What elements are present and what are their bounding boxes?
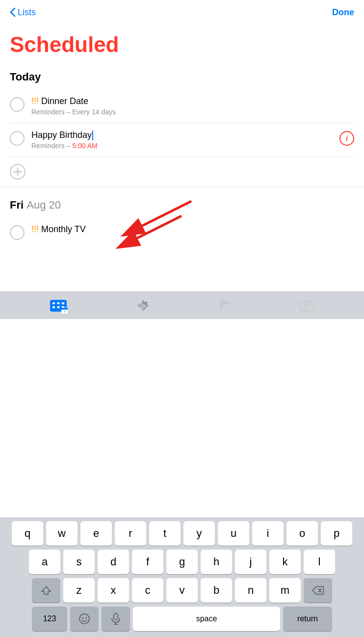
svg-rect-9 — [57, 306, 59, 308]
reminder-subtitle-dinner-date: Reminders – Every 14 days — [31, 108, 354, 116]
key-j[interactable]: j — [235, 550, 266, 574]
reminder-title-dinner-date: !!! Dinner Date — [31, 96, 354, 106]
key-c[interactable]: c — [132, 578, 163, 603]
shift-icon — [41, 585, 52, 596]
section-divider — [0, 186, 364, 187]
delete-icon — [312, 586, 324, 595]
svg-rect-18 — [300, 302, 314, 311]
time-highlight: 5:00 AM — [72, 142, 97, 150]
key-x[interactable]: x — [98, 578, 129, 603]
space-key[interactable]: space — [133, 607, 280, 631]
svg-rect-5 — [52, 302, 55, 304]
numbers-key[interactable]: 123 — [32, 607, 67, 631]
key-e[interactable]: e — [80, 521, 112, 546]
delete-key[interactable] — [304, 578, 332, 603]
done-button[interactable]: Done — [332, 7, 354, 18]
svg-rect-14 — [61, 308, 68, 310]
keyboard: q w e r t y u i o p a s d f g h j k l z … — [0, 517, 364, 637]
key-i[interactable]: i — [252, 521, 284, 546]
toolbar: 7 — [0, 292, 364, 319]
key-w[interactable]: w — [46, 521, 78, 546]
key-row-1: q w e r t y u i o p — [2, 521, 362, 546]
key-k[interactable]: k — [269, 550, 301, 574]
keyboard-icon: 7 — [49, 298, 68, 314]
checkbox-dinner-date[interactable] — [10, 97, 25, 112]
plus-icon — [13, 167, 22, 176]
checkbox-monthly-tv[interactable] — [10, 225, 25, 240]
camera-icon — [299, 299, 315, 312]
svg-point-24 — [85, 617, 87, 619]
key-n[interactable]: n — [235, 578, 266, 603]
svg-point-22 — [79, 614, 89, 624]
location-toolbar-button[interactable] — [132, 295, 154, 317]
microphone-icon — [111, 613, 121, 625]
key-q[interactable]: q — [12, 521, 43, 546]
section-header-today: Today — [10, 67, 354, 83]
section-header-fri: Fri Aug 20 — [10, 195, 354, 212]
flag-icon — [218, 299, 231, 313]
key-y[interactable]: y — [183, 521, 215, 546]
add-reminder-button[interactable] — [10, 164, 26, 180]
key-o[interactable]: o — [286, 521, 318, 546]
key-t[interactable]: t — [149, 521, 181, 546]
microphone-key[interactable] — [102, 607, 130, 631]
svg-text:i: i — [346, 134, 348, 142]
reminder-item-happy-birthday: Happy Birthday Reminders – 5:00 AM i — [10, 123, 354, 157]
reminder-content-dinner-date: !!! Dinner Date Reminders – Every 14 day… — [31, 96, 354, 116]
svg-point-19 — [305, 304, 310, 309]
section-header-date: Aug 20 — [26, 199, 61, 211]
back-label: Lists — [18, 7, 36, 18]
reminder-title-monthly-tv: !!! Monthly TV — [31, 224, 354, 235]
main-content: Scheduled Today !!! Dinner Date Reminder… — [0, 25, 364, 247]
emoji-key[interactable] — [70, 607, 99, 631]
back-button[interactable]: Lists — [10, 7, 36, 18]
key-l[interactable]: l — [304, 550, 335, 574]
key-d[interactable]: d — [98, 550, 129, 574]
reminder-content-happy-birthday: Happy Birthday Reminders – 5:00 AM — [31, 130, 339, 150]
location-icon — [136, 299, 150, 313]
priority-icon-monthly-tv: !!! — [31, 224, 41, 234]
svg-rect-7 — [62, 302, 64, 304]
key-f[interactable]: f — [132, 550, 163, 574]
reminder-subtitle-happy-birthday: Reminders – 5:00 AM — [31, 142, 339, 150]
info-button-happy-birthday[interactable]: i — [339, 131, 354, 146]
svg-text:7: 7 — [64, 310, 65, 313]
reminder-title-happy-birthday: Happy Birthday — [31, 130, 339, 140]
svg-rect-6 — [57, 302, 59, 304]
reminder-content-monthly-tv: !!! Monthly TV — [31, 224, 354, 236]
svg-rect-8 — [52, 306, 55, 308]
key-row-3: z x c v b n m — [2, 578, 362, 603]
key-z[interactable]: z — [63, 578, 95, 603]
key-row-bottom: 123 space return — [2, 607, 362, 631]
key-row-2: a s d f g h j k l — [2, 550, 362, 574]
return-key[interactable]: return — [283, 607, 332, 631]
keyboard-toolbar-button[interactable]: 7 — [45, 294, 72, 318]
page-title: Scheduled — [10, 25, 354, 67]
key-r[interactable]: r — [115, 521, 146, 546]
reminder-item-dinner-date: !!! Dinner Date Reminders – Every 14 day… — [10, 89, 354, 123]
key-s[interactable]: s — [63, 550, 95, 574]
emoji-icon — [78, 613, 90, 625]
toolbar-inner: 7 — [0, 292, 364, 319]
key-p[interactable]: p — [321, 521, 352, 546]
key-m[interactable]: m — [269, 578, 301, 603]
section-today: Today !!! Dinner Date Reminders – Every … — [10, 67, 354, 180]
key-g[interactable]: g — [166, 550, 198, 574]
key-h[interactable]: h — [201, 550, 232, 574]
svg-point-23 — [82, 617, 83, 619]
key-u[interactable]: u — [218, 521, 249, 546]
nav-bar: Lists Done — [0, 0, 364, 25]
section-header-bold: Fri — [10, 199, 24, 211]
shift-key[interactable] — [32, 578, 60, 603]
camera-toolbar-button[interactable] — [295, 295, 319, 316]
key-a[interactable]: a — [29, 550, 60, 574]
svg-rect-25 — [114, 613, 118, 620]
key-b[interactable]: b — [201, 578, 232, 603]
key-v[interactable]: v — [166, 578, 198, 603]
priority-icon-dinner-date: !!! — [31, 96, 41, 106]
checkbox-happy-birthday[interactable] — [10, 131, 25, 146]
reminder-item-monthly-tv: !!! Monthly TV — [10, 217, 354, 247]
flag-toolbar-button[interactable] — [214, 295, 235, 317]
section-fri-aug20: Fri Aug 20 !!! Monthly TV — [10, 195, 354, 247]
chevron-left-icon — [10, 7, 16, 17]
